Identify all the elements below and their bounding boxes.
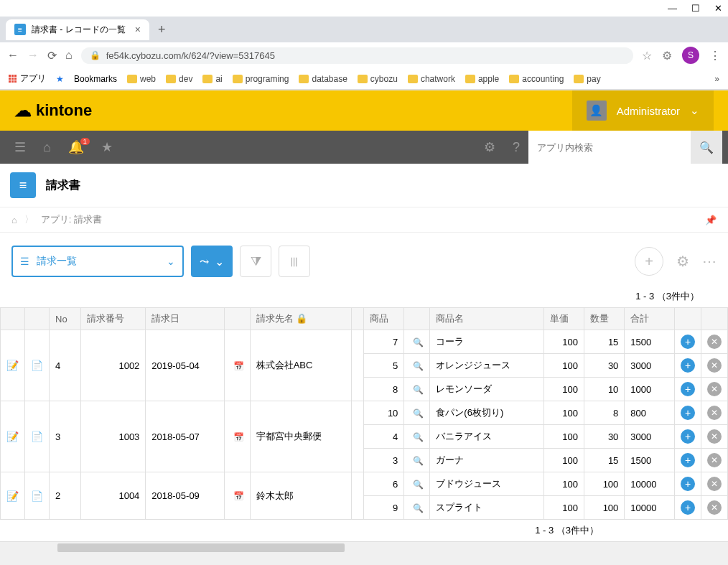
bookmark-folder[interactable]: cybozu xyxy=(358,74,398,84)
lookup-icon[interactable]: 🔍 xyxy=(413,337,424,347)
calendar-icon[interactable]: 📅 xyxy=(233,361,244,371)
tab-close-icon[interactable]: × xyxy=(135,24,141,35)
notifications-icon[interactable]: 🔔1 xyxy=(60,139,93,155)
edit-icon[interactable]: 📝 xyxy=(6,490,19,502)
maximize-button[interactable]: ☐ xyxy=(691,3,700,14)
chart-button[interactable]: ⫼ xyxy=(279,246,310,277)
copy-icon[interactable]: 📄 xyxy=(31,490,43,502)
bookmark-folder[interactable]: pay xyxy=(574,74,600,84)
lookup-icon[interactable]: 🔍 xyxy=(413,408,424,419)
col-product[interactable]: 商品 xyxy=(364,308,404,330)
lookup-icon[interactable]: 🔍 xyxy=(413,456,424,466)
filter-button[interactable]: ⧩ xyxy=(240,246,271,277)
bookmark-folder[interactable]: web xyxy=(127,74,156,84)
lookup-icon[interactable]: 🔍 xyxy=(413,385,424,395)
minimize-button[interactable]: — xyxy=(668,3,677,14)
bookmark-folder[interactable]: apple xyxy=(465,74,499,84)
bookmarks-star-icon[interactable]: ★ xyxy=(56,74,64,84)
bookmark-folder[interactable]: ai xyxy=(202,74,222,84)
col-invoice-no[interactable]: 請求番号 xyxy=(81,308,146,330)
edit-icon[interactable]: 📝 xyxy=(6,360,19,371)
col-bill-to[interactable]: 請求先名 🔒 xyxy=(250,308,351,330)
app-settings-icon[interactable]: ⚙ xyxy=(676,253,689,270)
remove-row-button[interactable]: ✕ xyxy=(707,358,722,373)
cell-date: 2019-05-04 xyxy=(146,330,224,401)
graph-button[interactable]: ⤳ ⌄ xyxy=(191,246,233,277)
add-row-button[interactable]: + xyxy=(681,429,695,444)
col-date[interactable]: 請求日 xyxy=(146,308,224,330)
lookup-icon[interactable]: 🔍 xyxy=(413,503,424,513)
remove-row-button[interactable]: ✕ xyxy=(707,500,722,515)
bookmark-folder[interactable]: chatwork xyxy=(408,74,455,84)
bookmark-folder[interactable]: dev xyxy=(166,74,192,84)
table-row[interactable]: 📝📄310032018-05-07📅宇都宮中央郵便10🔍食パン(6枚切り)100… xyxy=(1,401,728,425)
lookup-icon[interactable]: 🔍 xyxy=(413,432,424,442)
table-row[interactable]: 📝📄210042018-05-09📅鈴木太郎6🔍ブドウジュース100100100… xyxy=(1,472,728,496)
settings-icon[interactable]: ⚙ xyxy=(475,139,504,155)
copy-icon[interactable]: 📄 xyxy=(31,360,43,371)
col-total[interactable]: 合計 xyxy=(625,308,675,330)
breadcrumb-home-icon[interactable]: ⌂ xyxy=(11,215,17,225)
apps-button[interactable]: アプリ xyxy=(9,73,46,85)
home-button[interactable]: ⌂ xyxy=(65,49,73,62)
new-tab-button[interactable]: + xyxy=(158,22,166,37)
table-row[interactable]: 📝📄410022019-05-04📅株式会社ABC7🔍コーラ100151500+… xyxy=(1,330,728,354)
col-qty[interactable]: 数量 xyxy=(584,308,625,330)
add-row-button[interactable]: + xyxy=(681,453,695,467)
bookmarks-bar: アプリ ★ Bookmarks webdevaiprogramingdataba… xyxy=(0,68,728,90)
remove-row-button[interactable]: ✕ xyxy=(707,453,722,467)
col-price[interactable]: 単価 xyxy=(543,308,584,330)
user-menu[interactable]: 👤 Administrator ⌄ xyxy=(572,90,714,131)
add-row-button[interactable]: + xyxy=(681,358,695,373)
calendar-icon[interactable]: 📅 xyxy=(233,432,244,442)
pin-icon[interactable]: 📌 xyxy=(705,215,717,225)
forward-button[interactable]: → xyxy=(27,49,39,62)
menu-icon[interactable]: ⋮ xyxy=(709,49,721,62)
filter-icon: ⧩ xyxy=(251,254,261,269)
copy-icon[interactable]: 📄 xyxy=(31,431,43,442)
add-row-button[interactable]: + xyxy=(681,477,695,491)
col-product-name[interactable]: 商品名 xyxy=(430,308,543,330)
bookmark-folder[interactable]: accounting xyxy=(509,74,564,84)
bookmark-bookmarks[interactable]: Bookmarks xyxy=(74,74,117,84)
add-row-button[interactable]: + xyxy=(681,335,695,349)
remove-row-button[interactable]: ✕ xyxy=(707,429,722,444)
search-input[interactable] xyxy=(537,142,685,153)
more-options-icon[interactable]: ⋯ xyxy=(702,253,717,270)
edit-icon[interactable]: 📝 xyxy=(6,431,19,442)
portal-home-icon[interactable]: ⌂ xyxy=(34,140,60,155)
records-table: No 請求番号 請求日 請求先名 🔒 商品 商品名 単価 数量 合計 📝📄410… xyxy=(0,307,728,520)
reload-button[interactable]: ⟳ xyxy=(47,49,57,62)
profile-avatar[interactable]: S xyxy=(682,47,699,64)
favorites-icon[interactable]: ★ xyxy=(93,139,121,155)
url-field[interactable]: 🔒 fe54k.cybozu.com/k/624/?view=5317645 xyxy=(81,47,633,64)
add-row-button[interactable]: + xyxy=(681,382,695,396)
search-icon[interactable]: 🔍 xyxy=(691,131,722,164)
app-search: 🔍 xyxy=(528,131,722,164)
kintone-logo[interactable]: ☁ kintone xyxy=(14,101,92,121)
scrollbar-thumb[interactable] xyxy=(57,543,345,552)
browser-tab[interactable]: ≡ 請求書 - レコードの一覧 × xyxy=(6,19,149,40)
lookup-icon[interactable]: 🔍 xyxy=(413,480,424,490)
bookmark-folder[interactable]: programing xyxy=(233,74,289,84)
remove-row-button[interactable]: ✕ xyxy=(707,335,722,349)
help-icon[interactable]: ? xyxy=(504,140,528,155)
lookup-icon[interactable]: 🔍 xyxy=(413,361,424,371)
star-icon[interactable]: ☆ xyxy=(642,49,652,62)
menu-hamburger-icon[interactable]: ☰ xyxy=(6,139,34,155)
bookmark-folder[interactable]: database xyxy=(299,74,347,84)
remove-row-button[interactable]: ✕ xyxy=(707,382,722,396)
remove-row-button[interactable]: ✕ xyxy=(707,406,722,420)
view-selector[interactable]: ☰ 請求一覧 ⌄ xyxy=(11,246,184,277)
remove-row-button[interactable]: ✕ xyxy=(707,477,722,491)
add-record-button[interactable]: + xyxy=(635,247,663,276)
add-row-button[interactable]: + xyxy=(681,500,695,515)
add-row-button[interactable]: + xyxy=(681,406,695,420)
back-button[interactable]: ← xyxy=(7,49,19,62)
col-no[interactable]: No xyxy=(50,308,81,330)
horizontal-scrollbar[interactable] xyxy=(0,541,728,553)
close-button[interactable]: ✕ xyxy=(714,3,722,14)
extension-icon[interactable]: ⚙ xyxy=(662,49,672,62)
bookmarks-overflow[interactable]: » xyxy=(714,74,719,84)
calendar-icon[interactable]: 📅 xyxy=(233,491,244,501)
